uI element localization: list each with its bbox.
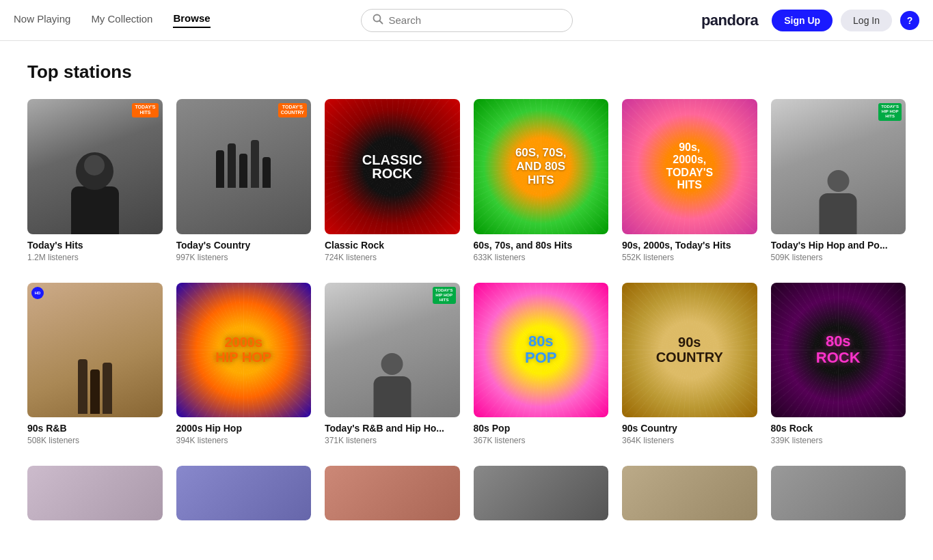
station-name: Today's Hip Hop and Po... [771,240,906,251]
help-button[interactable]: ? [900,11,919,30]
station-listeners: 1.2M listeners [27,253,163,262]
station-r3-5[interactable] [622,466,757,526]
station-classic-rock[interactable]: CLASSICROCK Classic Rock 724K listeners [325,99,460,262]
station-todays-hiphop[interactable]: TODAY'SHIP HOPHITS Today's Hip Hop and P… [771,99,906,262]
station-name: Today's Country [176,240,312,251]
station-r3-2[interactable] [176,466,312,526]
search-input[interactable] [389,14,561,26]
station-listeners: 371K listeners [325,436,460,445]
station-r3-1[interactable] [27,466,163,526]
station-todays-country[interactable]: TODAY'SCOUNTRY Today's Country 997K list… [176,99,312,262]
station-r3-4[interactable] [474,466,609,526]
station-listeners: 633K listeners [474,253,609,262]
station-90s-2000s[interactable]: 90s,2000s,TODAY'SHITS 90s, 2000s, Today'… [622,99,757,262]
station-name: Today's Hits [27,240,163,251]
pandora-logo: pandora [701,12,758,29]
nav-now-playing[interactable]: Now Playing [14,13,70,27]
header-right: pandora Sign Up Log In ? [701,10,919,31]
station-listeners: 394K listeners [176,436,312,445]
station-listeners: 367K listeners [474,436,609,445]
station-90s-country[interactable]: 90sCOUNTRY 90s Country 364K listeners [622,283,757,446]
header: Now Playing My Collection Browse pandora… [0,0,933,41]
stations-row-2: HD 90s R&B 508K listeners 2000sHIP HOP [27,283,906,446]
station-listeners: 997K listeners [176,253,312,262]
station-80s-pop[interactable]: 80sPOP 80s Pop 367K listeners [474,283,609,446]
station-name: 90s, 2000s, Today's Hits [622,240,757,251]
station-90s-rnb[interactable]: HD 90s R&B 508K listeners [27,283,163,446]
station-name: Classic Rock [325,240,460,251]
stations-row-3 [27,466,906,526]
section-title: Top stations [27,61,906,83]
station-todays-hits[interactable]: TODAY'SHITS Today's Hits 1.2M listeners [27,99,163,262]
signup-button[interactable]: Sign Up [772,10,833,31]
station-name: 90s Country [622,423,757,434]
station-listeners: 508K listeners [27,436,163,445]
station-r3-6[interactable] [771,466,906,526]
station-listeners: 724K listeners [325,253,460,262]
station-name: 2000s Hip Hop [176,423,312,434]
stations-row-1: TODAY'SHITS Today's Hits 1.2M listeners … [27,99,906,262]
nav: Now Playing My Collection Browse [14,12,211,28]
station-listeners: 339K listeners [771,436,906,445]
svg-line-1 [379,20,382,23]
station-name: 80s Pop [474,423,609,434]
station-r3-3[interactable] [325,466,460,526]
station-name: 80s Rock [771,423,906,434]
nav-my-collection[interactable]: My Collection [91,13,152,27]
station-name: Today's R&B and Hip Ho... [325,423,460,434]
search-icon [373,14,383,27]
station-listeners: 364K listeners [622,436,757,445]
station-name: 90s R&B [27,423,163,434]
station-2000s-hiphop[interactable]: 2000sHIP HOP 2000s Hip Hop 394K listener… [176,283,312,446]
station-rnb-hiphop-today[interactable]: TODAY'SHIP HOPHITS Today's R&B and Hip H… [325,283,460,446]
station-listeners: 509K listeners [771,253,906,262]
station-name: 60s, 70s, and 80s Hits [474,240,609,251]
station-80s-rock[interactable]: 80sROCK 80s Rock 339K listeners [771,283,906,446]
main-content: Top stations TODAY'SHITS Today's Hits 1.… [0,41,933,560]
station-listeners: 552K listeners [622,253,757,262]
nav-browse[interactable]: Browse [173,12,210,28]
search-bar [361,9,573,32]
station-60s70s80s[interactable]: 60S, 70S,AND 80SHITS 60s, 70s, and 80s H… [474,99,609,262]
login-button[interactable]: Log In [841,10,892,31]
